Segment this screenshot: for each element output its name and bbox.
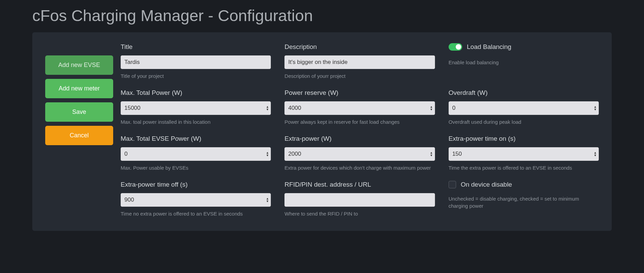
cancel-button[interactable]: Cancel — [45, 126, 113, 145]
add-meter-button[interactable]: Add new meter — [45, 79, 113, 98]
field-power-reserve: Power reserve (W) ▲▼ Power always kept i… — [284, 89, 435, 125]
field-max-evse-power: Max. Total EVSE Power (W) ▲▼ Max. Power … — [121, 135, 271, 171]
rfid-url-input[interactable] — [284, 193, 435, 207]
description-input[interactable] — [284, 55, 435, 69]
config-panel: Add new EVSE Add new meter Save Cancel T… — [32, 32, 612, 231]
field-title: Title Title of your project — [121, 43, 271, 80]
spinner-icon[interactable]: ▲▼ — [266, 105, 269, 111]
help-on-device-disable: Unchecked = disable charging, checked = … — [449, 195, 599, 209]
label-title: Title — [121, 43, 271, 51]
add-evse-button[interactable]: Add new EVSE — [45, 55, 113, 75]
help-extra-power: Extra power for devices which don't char… — [284, 164, 435, 171]
on-device-disable-checkbox[interactable] — [449, 181, 456, 188]
field-description: Description Description of yourr project — [284, 43, 435, 80]
power-reserve-input[interactable] — [284, 101, 435, 115]
field-max-total-power: Max. Total Power (W) ▲▼ Max. toal power … — [121, 89, 271, 125]
max-total-power-input[interactable] — [121, 101, 271, 115]
help-extra-power-time-off: Time no extra power is offered to an EVS… — [121, 210, 271, 217]
load-balancing-toggle[interactable] — [449, 43, 462, 51]
field-rfid-url: RFID/PIN dest. address / URL Where to se… — [284, 181, 435, 217]
config-form: Title Title of your project Description … — [121, 43, 599, 217]
help-extra-power-time-on: Time the extra power is offered to an EV… — [449, 164, 599, 171]
help-load-balancing: Enable load balancing — [449, 59, 599, 66]
extra-power-time-on-input[interactable] — [449, 147, 599, 161]
spinner-icon[interactable]: ▲▼ — [430, 151, 433, 157]
label-description: Description — [284, 43, 435, 51]
sidebar: Add new EVSE Add new meter Save Cancel — [45, 55, 113, 217]
extra-power-time-off-input[interactable] — [121, 193, 271, 207]
title-input[interactable] — [121, 55, 271, 69]
label-rfid-url: RFID/PIN dest. address / URL — [284, 181, 435, 188]
spinner-icon[interactable]: ▲▼ — [266, 151, 269, 157]
field-overdraft: Overdraft (W) ▲▼ Overdraft used during p… — [449, 89, 599, 125]
label-max-evse-power: Max. Total EVSE Power (W) — [121, 135, 271, 142]
page-title: cFos Charging Manager - Configuration — [32, 6, 612, 25]
field-extra-power-time-on: Extra-power time on (s) ▲▼ Time the extr… — [449, 135, 599, 171]
label-on-device-disable: On device disable — [461, 181, 512, 188]
field-load-balancing: Load Balancing Enable load balancing — [449, 43, 599, 80]
label-extra-power: Extra-power (W) — [284, 135, 435, 142]
spinner-icon[interactable]: ▲▼ — [266, 197, 269, 203]
label-max-total-power: Max. Total Power (W) — [121, 89, 271, 97]
spinner-icon[interactable]: ▲▼ — [594, 151, 597, 157]
field-on-device-disable: On device disable Unchecked = disable ch… — [449, 181, 599, 217]
help-rfid-url: Where to send the RFID / PIN to — [284, 210, 435, 217]
help-power-reserve: Power always kept in reserve for fast lo… — [284, 118, 435, 125]
label-power-reserve: Power reserve (W) — [284, 89, 435, 97]
label-load-balancing: Load Balancing — [467, 43, 511, 51]
field-extra-power: Extra-power (W) ▲▼ Extra power for devic… — [284, 135, 435, 171]
label-overdraft: Overdraft (W) — [449, 89, 599, 97]
extra-power-input[interactable] — [284, 147, 435, 161]
spinner-icon[interactable]: ▲▼ — [430, 105, 433, 111]
toggle-knob — [456, 44, 461, 50]
help-max-evse-power: Max. Power usable by EVSEs — [121, 164, 271, 171]
max-evse-power-input[interactable] — [121, 147, 271, 161]
label-extra-power-time-on: Extra-power time on (s) — [449, 135, 599, 142]
label-extra-power-time-off: Extra-power time off (s) — [121, 181, 271, 188]
save-button[interactable]: Save — [45, 102, 113, 122]
spinner-icon[interactable]: ▲▼ — [594, 105, 597, 111]
field-extra-power-time-off: Extra-power time off (s) ▲▼ Time no extr… — [121, 181, 271, 217]
overdraft-input[interactable] — [449, 101, 599, 115]
help-max-total-power: Max. toal power installed in this locati… — [121, 118, 271, 125]
help-description: Description of yourr project — [284, 72, 435, 80]
help-overdraft: Overdraft used during peak load — [449, 118, 599, 125]
help-title: Title of your project — [121, 72, 271, 80]
